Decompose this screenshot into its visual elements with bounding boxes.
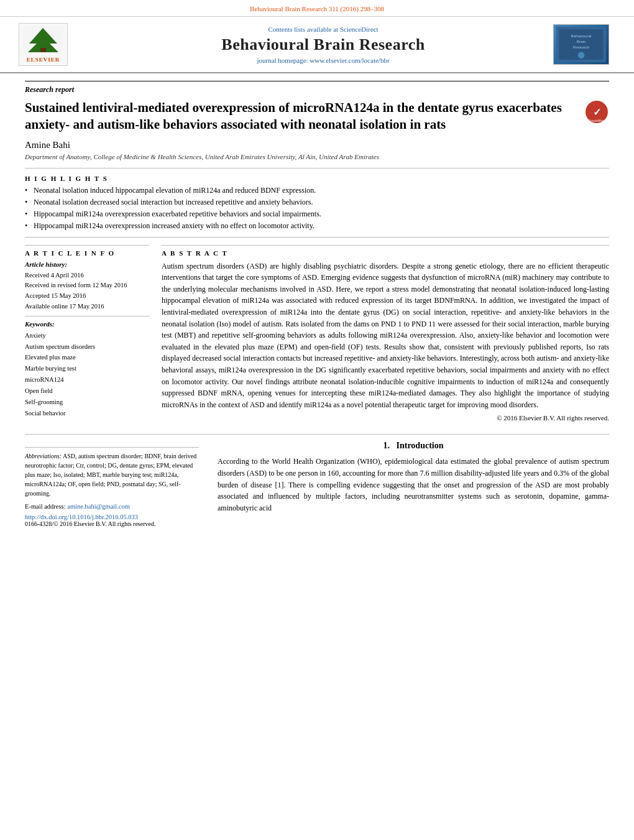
keyword-5: microRNA124 bbox=[25, 374, 149, 385]
science-direct-link[interactable]: ScienceDirect bbox=[340, 25, 379, 33]
keyword-6: Open field bbox=[25, 385, 149, 397]
title-row: Sustained lentiviral-mediated overexpres… bbox=[25, 99, 609, 134]
copyright-line: © 2016 Elsevier B.V. All rights reserved… bbox=[162, 414, 609, 422]
two-col-section: A R T I C L E I N F O Article history: R… bbox=[25, 245, 609, 422]
author-name: Amine Bahi bbox=[25, 140, 609, 150]
email-address[interactable]: amine.bahi@gmail.com bbox=[67, 503, 130, 510]
svg-text:CrossMark: CrossMark bbox=[587, 119, 606, 122]
highlights-list: Neonatal isolation induced hippocampal e… bbox=[25, 186, 609, 231]
doi-line[interactable]: http://dx.doi.org/10.1016/j.bbr.2016.05.… bbox=[25, 514, 199, 520]
crossmark-icon[interactable]: ✓ CrossMark bbox=[584, 99, 609, 124]
introduction-title: 1. Introduction bbox=[218, 441, 609, 451]
bottom-section: Abbreviations: ASD, autism spectrum diso… bbox=[25, 434, 609, 527]
received-date: Received 4 April 2016 bbox=[25, 270, 149, 281]
journal-cover-svg: Behavioural Brain Research bbox=[556, 24, 606, 65]
elsevier-text: ELSEVIER bbox=[23, 57, 63, 63]
intro-number: 1. bbox=[384, 441, 390, 450]
highlights-divider-top bbox=[25, 168, 609, 168]
abstract-column: A B S T R A C T Autism spectrum disorder… bbox=[162, 245, 609, 422]
available-date: Available online 17 May 2016 bbox=[25, 302, 149, 312]
keyword-8: Social behavior bbox=[25, 408, 149, 419]
article-info-title: A R T I C L E I N F O bbox=[25, 245, 149, 257]
revised-date: Received in revised form 12 May 2016 bbox=[25, 280, 149, 291]
highlight-item-2: Neonatal isolation decreased social inte… bbox=[25, 198, 609, 207]
elsevier-tree-icon bbox=[23, 26, 63, 54]
email-line: E-mail address: amine.bahi@gmail.com bbox=[25, 503, 199, 510]
svg-text:✓: ✓ bbox=[593, 107, 601, 118]
journal-cover-image: Behavioural Brain Research bbox=[553, 24, 615, 65]
issn-line: 0166-4328/© 2016 Elsevier B.V. All right… bbox=[25, 520, 199, 527]
svg-point-8 bbox=[578, 52, 585, 59]
main-content: Research report Sustained lentiviral-med… bbox=[0, 73, 634, 540]
homepage-label: journal homepage: bbox=[257, 57, 308, 64]
keyword-3: Elevated plus maze bbox=[25, 352, 149, 363]
journal-citation-bar: Behavioural Brain Research 311 (2016) 29… bbox=[0, 0, 634, 17]
author-affiliation: Department of Anatomy, College of Medici… bbox=[25, 153, 609, 160]
keywords-label: Keywords: bbox=[25, 320, 149, 328]
highlight-item-1: Neonatal isolation induced hippocampal e… bbox=[25, 186, 609, 195]
page: Behavioural Brain Research 311 (2016) 29… bbox=[0, 0, 634, 840]
svg-rect-2 bbox=[40, 48, 46, 52]
journal-citation-link[interactable]: Behavioural Brain Research 311 (2016) 29… bbox=[250, 5, 384, 12]
article-title: Sustained lentiviral-mediated overexpres… bbox=[25, 99, 578, 134]
keyword-7: Self-grooming bbox=[25, 397, 149, 408]
introduction-text: According to the World Health Organizati… bbox=[218, 456, 609, 514]
homepage-url[interactable]: www.elsevier.com/locate/bbr bbox=[310, 57, 389, 64]
intro-paragraph: According to the World Health Organizati… bbox=[218, 457, 609, 512]
journal-center: Contents lists available at ScienceDirec… bbox=[93, 25, 553, 64]
keyword-1: Anxiety bbox=[25, 330, 149, 341]
accepted-date: Accepted 15 May 2016 bbox=[25, 291, 149, 302]
highlights-section-title: H I G H L I G H T S bbox=[25, 175, 609, 182]
journal-header: ELSEVIER Contents lists available at Sci… bbox=[0, 17, 634, 73]
elsevier-logo: ELSEVIER bbox=[19, 23, 68, 66]
abstract-section-title: A B S T R A C T bbox=[162, 245, 609, 257]
abbreviations-text: Abbreviations: ASD, autism spectrum diso… bbox=[25, 451, 199, 498]
info-divider bbox=[25, 316, 149, 316]
abstract-text: Autism spectrum disorders (ASD) are high… bbox=[162, 261, 609, 411]
contents-available-line: Contents lists available at ScienceDirec… bbox=[93, 25, 553, 33]
footnote-divider bbox=[25, 447, 199, 448]
article-history-label: Article history: bbox=[25, 261, 149, 268]
highlights-divider-bottom bbox=[25, 237, 609, 238]
elsevier-logo-area: ELSEVIER bbox=[19, 23, 93, 66]
svg-text:Behavioural: Behavioural bbox=[571, 34, 592, 38]
keywords-list: Anxiety Autism spectrum disorders Elevat… bbox=[25, 330, 149, 419]
abbreviations-label: Abbreviations: bbox=[25, 453, 62, 459]
journal-title: Behavioural Brain Research bbox=[93, 35, 553, 54]
email-label: E-mail address: bbox=[25, 503, 66, 510]
highlight-item-3: Hippocampal miR124a overexpression exace… bbox=[25, 210, 609, 219]
keyword-2: Autism spectrum disorders bbox=[25, 341, 149, 353]
highlight-item-4: Hippocampal miR124a overexpression incre… bbox=[25, 221, 609, 231]
report-type-label: Research report bbox=[25, 81, 609, 95]
journal-homepage-line: journal homepage: www.elsevier.com/locat… bbox=[93, 57, 553, 64]
intro-label: Introduction bbox=[397, 441, 444, 450]
svg-text:Brain: Brain bbox=[577, 39, 586, 44]
journal-cover: Behavioural Brain Research bbox=[553, 24, 609, 65]
footnotes-area: Abbreviations: ASD, autism spectrum diso… bbox=[25, 441, 199, 527]
article-info-column: A R T I C L E I N F O Article history: R… bbox=[25, 245, 149, 422]
keyword-4: Marble burying test bbox=[25, 363, 149, 374]
crossmark-svg: ✓ CrossMark bbox=[584, 99, 609, 124]
svg-text:Research: Research bbox=[573, 45, 590, 49]
contents-label: Contents lists available at bbox=[268, 25, 338, 33]
introduction-area: 1. Introduction According to the World H… bbox=[218, 441, 609, 527]
